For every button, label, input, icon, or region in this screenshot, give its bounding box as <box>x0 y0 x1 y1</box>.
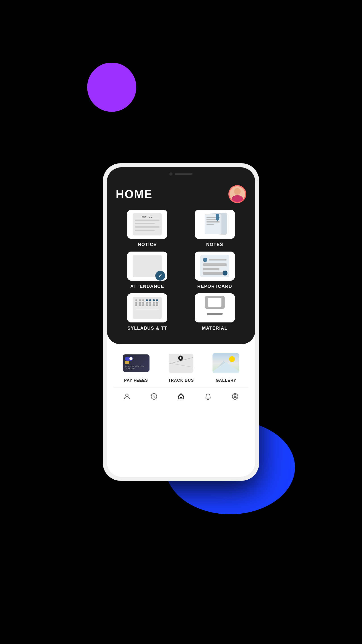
nav-item-history[interactable] <box>145 391 163 402</box>
syllabus-dot <box>139 300 141 301</box>
bell-icon <box>204 392 213 401</box>
payfees-card: 1234 5678 1234 5678 VILAKARIN <box>123 354 149 372</box>
gallery-icon <box>213 353 239 373</box>
payfees-icon-box: 1234 5678 1234 5678 VILAKARIN <box>120 351 152 376</box>
syllabus-dots <box>135 300 159 306</box>
dark-section: HOME NOTICE <box>107 181 255 344</box>
account-icon <box>231 392 240 401</box>
syllabus-dot <box>153 304 155 306</box>
report-seal <box>223 270 228 276</box>
syllabus-dot <box>153 300 155 301</box>
profile-icon <box>122 392 131 401</box>
bottom-nav <box>113 387 249 406</box>
material-icon <box>202 296 227 320</box>
menu-item-attendance[interactable]: ✓ ATTENDANCE <box>116 252 179 289</box>
notch-area <box>107 167 255 181</box>
attendance-check: ✓ <box>155 271 165 281</box>
syllabus-label: SYLLABUS & TT <box>127 326 167 331</box>
notes-label: NOTES <box>206 242 223 247</box>
syllabus-dot <box>156 300 158 301</box>
payfees-label: PAY FEEES <box>124 378 148 383</box>
nav-item-profile[interactable] <box>118 391 136 402</box>
trackbus-icon-wrap <box>168 353 194 373</box>
menu-grid: NOTICE NOTICE <box>116 210 246 331</box>
syllabus-icon <box>133 297 162 319</box>
material-label: MATERIAL <box>202 326 228 331</box>
notes-icon-box <box>195 210 235 239</box>
notice-line <box>135 220 160 221</box>
bottom-icons-row: 1234 5678 1234 5678 VILAKARIN PAY FEEES <box>113 351 249 383</box>
bottom-item-trackbus[interactable]: TRACK BUS <box>165 351 197 383</box>
map-pin-dot <box>180 357 181 359</box>
bottom-item-gallery[interactable]: GALLERY <box>210 351 242 383</box>
nav-item-notifications[interactable] <box>199 391 217 402</box>
menu-item-notice[interactable]: NOTICE NOTICE <box>116 210 179 247</box>
blob-purple <box>87 62 136 112</box>
card-number: 1234 5678 1234 5678 <box>125 366 147 368</box>
syllabus-dot <box>156 304 158 306</box>
report-avatar <box>203 258 207 262</box>
syllabus-dot <box>149 304 151 306</box>
syllabus-dot <box>135 300 137 301</box>
menu-item-syllabus[interactable]: SYLLABUS & TT <box>116 294 179 331</box>
notch <box>159 170 203 177</box>
syllabus-dot <box>153 302 155 304</box>
syllabus-dot <box>139 302 141 304</box>
reportcard-icon <box>200 255 229 277</box>
syllabus-line <box>135 309 159 310</box>
notes-bookmark <box>216 214 219 221</box>
menu-item-reportcard[interactable]: REPORTCARD <box>183 252 246 289</box>
syllabus-icon-box <box>127 294 167 322</box>
syllabus-dot <box>146 302 148 304</box>
notch-speaker <box>175 173 193 175</box>
trackbus-icon-box <box>165 351 197 376</box>
gallery-icon-box <box>210 351 242 376</box>
notes-book-front <box>205 214 221 234</box>
syllabus-dot <box>149 300 151 301</box>
header-row: HOME <box>116 185 246 203</box>
attendance-icon: ✓ <box>133 255 162 277</box>
notch-camera <box>169 172 173 176</box>
attendance-label: ATTENDANCE <box>130 284 164 289</box>
notes-line <box>206 224 214 225</box>
syllabus-dot <box>149 302 151 304</box>
nav-item-home[interactable] <box>172 391 190 402</box>
card-toggle <box>125 357 133 361</box>
card-name: VILAKARIN <box>125 368 147 370</box>
attendance-icon-box: ✓ <box>127 252 167 281</box>
syllabus-dot <box>156 302 158 304</box>
report-line <box>209 260 227 260</box>
syllabus-dot <box>139 304 141 306</box>
phone-frame: HOME NOTICE <box>103 163 259 481</box>
notes-icon <box>202 212 227 236</box>
map-background <box>169 354 193 373</box>
syllabus-dot <box>135 304 137 306</box>
page-title: HOME <box>116 188 152 201</box>
material-tray <box>207 313 223 315</box>
syllabus-dot <box>142 300 144 301</box>
notes-line <box>206 222 220 222</box>
syllabus-dot <box>142 302 144 304</box>
report-avatar-row <box>203 258 227 262</box>
reportcard-icon-box <box>195 252 235 281</box>
syllabus-dot <box>135 302 137 304</box>
white-section: 1234 5678 1234 5678 VILAKARIN PAY FEEES <box>107 344 255 477</box>
report-line <box>203 268 219 270</box>
gallery-label: GALLERY <box>216 378 236 383</box>
notice-icon: NOTICE <box>133 213 162 236</box>
avatar[interactable] <box>228 185 246 203</box>
notice-icon-box: NOTICE <box>127 210 167 239</box>
menu-item-material[interactable]: MATERIAL <box>183 294 246 331</box>
map-pin <box>178 356 184 361</box>
bottom-item-payfees[interactable]: 1234 5678 1234 5678 VILAKARIN PAY FEEES <box>120 351 152 383</box>
material-paper <box>208 298 221 307</box>
menu-item-notes[interactable]: NOTES <box>183 210 246 247</box>
card-chip <box>125 361 129 364</box>
svg-point-3 <box>234 395 236 397</box>
history-icon <box>149 392 158 401</box>
notes-line <box>206 219 217 220</box>
syllabus-dot <box>146 300 148 301</box>
home-icon <box>177 392 185 401</box>
nav-item-account[interactable] <box>226 391 244 402</box>
notice-line <box>135 226 160 228</box>
